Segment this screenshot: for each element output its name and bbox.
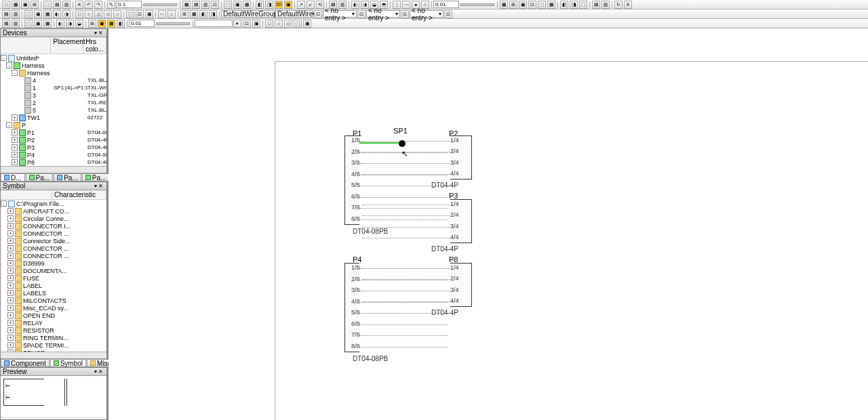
tb1-btn-24[interactable]: ↙ — [307, 1, 315, 9]
tb1-btn-20[interactable]: ◨ — [265, 1, 273, 9]
tb1-btn-10[interactable]: ↷ — [94, 1, 102, 9]
tb3-btn-4[interactable]: ▣ — [34, 20, 42, 28]
tb1-btn-13[interactable]: ▤ — [192, 1, 200, 9]
expand-icon[interactable]: + — [7, 335, 14, 341]
wire-active[interactable] — [359, 142, 401, 144]
tb2-dd-wire[interactable]: DefaultWire ▾ — [275, 10, 313, 18]
tb1-btn-19[interactable]: ◧ — [256, 1, 264, 9]
expand-icon[interactable]: + — [7, 275, 14, 281]
device-tree-item[interactable]: -Harness — [1, 62, 106, 69]
symbol-tree-item[interactable]: +DOCUMENTA... — [1, 267, 106, 274]
tb1-btn-15[interactable]: ⊡ — [211, 1, 219, 9]
symbol-tree-item[interactable]: +AIRCRAFT CO... — [1, 207, 106, 215]
pin-label[interactable]: 2/8 — [351, 148, 360, 155]
expand-icon[interactable]: + — [7, 290, 14, 296]
tb2-btn-9[interactable]: ○ — [85, 10, 93, 18]
tb1-btn-9[interactable]: ↶ — [85, 1, 93, 9]
pin-label[interactable]: 1/4 — [450, 264, 459, 271]
tb1-btn-17[interactable]: ▣ — [233, 1, 241, 9]
tb2-btn-21[interactable]: ◨ — [209, 10, 217, 18]
wire[interactable] — [359, 302, 448, 303]
preview-close-icon[interactable]: ▾ ✕ — [93, 369, 104, 375]
devices-scroll[interactable] — [1, 166, 106, 173]
wire[interactable] — [362, 291, 450, 291]
device-tree-item[interactable]: -Untitled* — [1, 54, 106, 62]
tb2-dd-3[interactable]: < no entry > ▾ — [323, 10, 357, 18]
device-tree-item[interactable]: 4TXL-BLAC... — [1, 77, 106, 84]
tb3-btn-17[interactable]: ○ — [275, 20, 283, 28]
device-tree-item[interactable]: 1SP1:(4)->P1:1TXL-WHIT... — [1, 84, 106, 91]
tb1-btn-36[interactable]: ▦ — [500, 1, 508, 9]
tb3-input-1[interactable] — [129, 20, 155, 27]
expand-icon[interactable]: + — [7, 268, 14, 274]
tb3-btn-9[interactable]: ⊞ — [88, 20, 96, 28]
pin-label[interactable]: 4/4 — [450, 297, 459, 304]
tb3-btn-7[interactable]: ◑ — [66, 20, 74, 28]
tb1-btn-1[interactable]: □ — [2, 1, 10, 9]
tb1-btn-39[interactable]: ⊡ — [528, 1, 536, 9]
pin-label[interactable]: 3/8 — [351, 287, 360, 293]
wire[interactable] — [359, 219, 448, 220]
tb2-btn-12[interactable]: ☆ — [113, 10, 121, 18]
expand-icon[interactable]: + — [7, 230, 14, 236]
expand-icon[interactable]: + — [12, 144, 18, 150]
device-tree-item[interactable]: -Harness — [1, 69, 106, 77]
canvas-area[interactable]: SP1P11/82/83/84/85/86/87/88/8DT04-08PBP2… — [108, 28, 868, 420]
tb1-btn-40[interactable]: ⬚ — [538, 1, 546, 9]
expand-icon[interactable]: + — [7, 305, 14, 311]
symbol-tree-item[interactable]: +Circular Conne... — [1, 215, 106, 222]
tb2-btn-7[interactable]: ◑ — [62, 10, 71, 18]
symbol-tree-item[interactable]: +MILCONTACTS — [1, 297, 106, 304]
tb3-btn-20[interactable]: ▣ — [303, 20, 311, 28]
tb2-btn-10[interactable]: △ — [94, 10, 102, 18]
symbol-tree-item[interactable]: +RESISTOR — [1, 327, 106, 334]
tb1-btn-4[interactable]: ⊞ — [31, 1, 39, 9]
symbol-tab[interactable]: Component — [1, 359, 50, 366]
expand-icon[interactable]: - — [12, 70, 18, 76]
tb2-btn-15[interactable]: ▣ — [145, 10, 153, 18]
symbol-tree-item[interactable]: +CONNECTOR ... — [1, 230, 106, 237]
tb3-btn-2[interactable]: ▥ — [12, 20, 20, 28]
expand-icon[interactable]: + — [12, 129, 18, 135]
expand-icon[interactable]: + — [12, 159, 18, 165]
expand-icon[interactable]: + — [7, 253, 14, 259]
expand-icon[interactable]: + — [12, 114, 18, 121]
pin-label[interactable]: 5/8 — [351, 309, 360, 316]
pin-label[interactable]: 2/4 — [450, 275, 459, 282]
symbol-tree-item[interactable]: +FUSE — [1, 274, 106, 282]
pin-label[interactable]: 1/4 — [450, 201, 459, 207]
pin-label[interactable]: 7/8 — [351, 331, 360, 338]
tb2-btn-11[interactable]: ◇ — [104, 10, 112, 18]
tb3-btn-11[interactable]: ▦ — [107, 20, 115, 28]
symbol-scroll[interactable] — [1, 352, 106, 358]
tb1-btn-37[interactable]: ⊞ — [509, 1, 517, 9]
device-tree-item[interactable]: +P3DT04-4P — [1, 144, 106, 151]
tb3-btn-13[interactable]: ▾ — [233, 20, 241, 28]
devices-tab[interactable]: D... — [1, 173, 25, 181]
pin-label[interactable]: 3/4 — [450, 159, 459, 166]
pin-label[interactable]: 2/4 — [450, 148, 459, 154]
symbol-tree-item[interactable]: +CONNECTOR ... — [1, 252, 106, 259]
wire[interactable] — [359, 347, 448, 348]
wire[interactable] — [362, 215, 450, 216]
tb1-slider-1[interactable] — [143, 3, 177, 6]
tb1-btn-48[interactable]: ✕ — [624, 1, 632, 9]
tb2-btn-1[interactable]: ▤ — [2, 10, 10, 18]
device-tree-item[interactable]: 2TXL-RED-2... — [1, 99, 106, 106]
wire[interactable] — [362, 163, 450, 164]
expand-icon[interactable]: + — [7, 327, 14, 333]
splice-label[interactable]: SP1 — [393, 127, 408, 135]
expand-icon[interactable]: + — [7, 342, 14, 348]
tb2-btn-3[interactable]: ⬚ — [24, 10, 33, 18]
devices-close-icon[interactable]: ▾ ✕ — [93, 30, 104, 36]
tb2-btn-23[interactable]: ⊡ — [357, 10, 366, 18]
expand-icon[interactable]: - — [1, 55, 7, 61]
pin-label[interactable]: 5/8 — [351, 182, 360, 188]
symbol-tree-item[interactable]: +Misc_ECAD sy... — [1, 304, 106, 312]
wire[interactable] — [362, 227, 450, 228]
pin-label[interactable]: 1/8 — [351, 264, 360, 271]
tb2-btn-25[interactable]: ⊡ — [444, 10, 452, 18]
tb1-btn-42[interactable]: ◧ — [560, 1, 568, 9]
tb3-btn-14[interactable]: ⊡ — [243, 20, 251, 28]
tb1-btn-11[interactable]: ✎ — [107, 1, 115, 9]
